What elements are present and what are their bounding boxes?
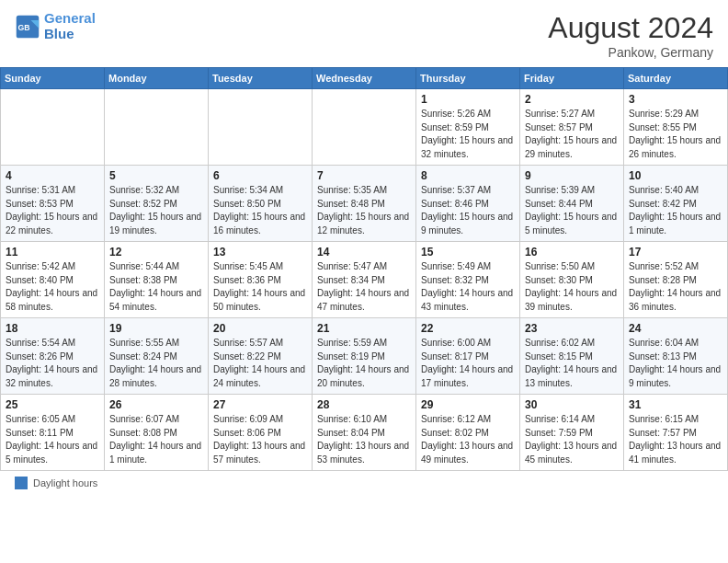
weekday-header: Saturday <box>624 68 728 89</box>
day-number: 13 <box>213 246 307 259</box>
day-info: Sunrise: 5:52 AM Sunset: 8:28 PM Dayligh… <box>629 260 722 314</box>
day-number: 14 <box>317 246 411 259</box>
day-number: 21 <box>317 322 411 335</box>
calendar-week-row: 4Sunrise: 5:31 AM Sunset: 8:53 PM Daylig… <box>1 166 728 242</box>
day-number: 17 <box>629 246 722 259</box>
page-header: GB General Blue August 2024 Pankow, Germ… <box>0 0 728 67</box>
day-number: 5 <box>109 169 203 182</box>
logo-text: General Blue <box>44 11 96 41</box>
day-info: Sunrise: 6:00 AM Sunset: 8:17 PM Dayligh… <box>421 337 515 390</box>
day-info: Sunrise: 6:09 AM Sunset: 8:06 PM Dayligh… <box>213 413 307 466</box>
day-number: 16 <box>525 246 619 259</box>
calendar-cell: 9Sunrise: 5:39 AM Sunset: 8:44 PM Daylig… <box>520 166 624 242</box>
legend-label: Daylight hours <box>33 477 97 488</box>
calendar-cell: 26Sunrise: 6:07 AM Sunset: 8:08 PM Dayli… <box>105 395 209 471</box>
day-info: Sunrise: 5:37 AM Sunset: 8:46 PM Dayligh… <box>421 184 515 237</box>
calendar-table: SundayMondayTuesdayWednesdayThursdayFrid… <box>0 67 728 471</box>
logo-line2: Blue <box>44 26 74 41</box>
day-info: Sunrise: 5:31 AM Sunset: 8:53 PM Dayligh… <box>6 184 99 237</box>
calendar-cell: 29Sunrise: 6:12 AM Sunset: 8:02 PM Dayli… <box>416 395 520 471</box>
calendar-week-row: 11Sunrise: 5:42 AM Sunset: 8:40 PM Dayli… <box>1 242 728 318</box>
calendar-cell: 28Sunrise: 6:10 AM Sunset: 8:04 PM Dayli… <box>313 395 416 471</box>
calendar-cell: 14Sunrise: 5:47 AM Sunset: 8:34 PM Dayli… <box>313 242 416 318</box>
day-number: 26 <box>109 398 203 411</box>
day-number: 9 <box>525 169 619 182</box>
day-number: 30 <box>525 398 619 411</box>
calendar-cell: 30Sunrise: 6:14 AM Sunset: 7:59 PM Dayli… <box>520 395 624 471</box>
logo-line1: General <box>44 10 96 26</box>
day-info: Sunrise: 6:10 AM Sunset: 8:04 PM Dayligh… <box>317 413 411 466</box>
day-info: Sunrise: 5:39 AM Sunset: 8:44 PM Dayligh… <box>525 184 619 237</box>
weekday-header: Wednesday <box>313 68 416 89</box>
day-number: 23 <box>525 322 619 335</box>
day-info: Sunrise: 5:26 AM Sunset: 8:59 PM Dayligh… <box>421 108 515 161</box>
day-info: Sunrise: 6:14 AM Sunset: 7:59 PM Dayligh… <box>525 413 619 466</box>
day-info: Sunrise: 6:12 AM Sunset: 8:02 PM Dayligh… <box>421 413 515 466</box>
calendar-cell <box>209 89 313 166</box>
calendar-cell: 1Sunrise: 5:26 AM Sunset: 8:59 PM Daylig… <box>416 89 520 166</box>
logo-icon: GB <box>15 14 40 40</box>
day-number: 6 <box>213 169 307 182</box>
calendar-cell: 11Sunrise: 5:42 AM Sunset: 8:40 PM Dayli… <box>1 242 105 318</box>
calendar-cell: 20Sunrise: 5:57 AM Sunset: 8:22 PM Dayli… <box>209 318 313 395</box>
day-info: Sunrise: 5:49 AM Sunset: 8:32 PM Dayligh… <box>421 260 515 314</box>
calendar-cell: 24Sunrise: 6:04 AM Sunset: 8:13 PM Dayli… <box>624 318 728 395</box>
day-info: Sunrise: 5:55 AM Sunset: 8:24 PM Dayligh… <box>109 337 203 390</box>
logo: GB General Blue <box>15 11 96 41</box>
calendar-cell: 3Sunrise: 5:29 AM Sunset: 8:55 PM Daylig… <box>624 89 728 166</box>
day-info: Sunrise: 5:40 AM Sunset: 8:42 PM Dayligh… <box>629 184 722 237</box>
calendar-cell: 10Sunrise: 5:40 AM Sunset: 8:42 PM Dayli… <box>624 166 728 242</box>
day-number: 22 <box>421 322 515 335</box>
calendar-cell: 15Sunrise: 5:49 AM Sunset: 8:32 PM Dayli… <box>416 242 520 318</box>
day-number: 8 <box>421 169 515 182</box>
day-number: 20 <box>213 322 307 335</box>
calendar-cell: 8Sunrise: 5:37 AM Sunset: 8:46 PM Daylig… <box>416 166 520 242</box>
day-number: 27 <box>213 398 307 411</box>
calendar-cell <box>105 89 209 166</box>
day-info: Sunrise: 5:50 AM Sunset: 8:30 PM Dayligh… <box>525 260 619 314</box>
calendar-cell <box>1 89 105 166</box>
day-number: 3 <box>629 93 722 106</box>
weekday-header: Friday <box>520 68 624 89</box>
calendar-week-row: 18Sunrise: 5:54 AM Sunset: 8:26 PM Dayli… <box>1 318 728 395</box>
calendar-cell: 6Sunrise: 5:34 AM Sunset: 8:50 PM Daylig… <box>209 166 313 242</box>
calendar-cell: 19Sunrise: 5:55 AM Sunset: 8:24 PM Dayli… <box>105 318 209 395</box>
day-number: 19 <box>109 322 203 335</box>
day-info: Sunrise: 5:27 AM Sunset: 8:57 PM Dayligh… <box>525 108 619 161</box>
weekday-header: Sunday <box>1 68 105 89</box>
svg-text:GB: GB <box>18 22 30 31</box>
day-number: 12 <box>109 246 203 259</box>
day-number: 4 <box>6 169 99 182</box>
day-number: 24 <box>629 322 722 335</box>
location: Pankow, Germany <box>548 45 713 60</box>
day-info: Sunrise: 5:45 AM Sunset: 8:36 PM Dayligh… <box>213 260 307 314</box>
legend: Daylight hours <box>0 471 728 495</box>
legend-color-box <box>15 477 28 489</box>
day-info: Sunrise: 5:42 AM Sunset: 8:40 PM Dayligh… <box>6 260 99 314</box>
day-info: Sunrise: 5:44 AM Sunset: 8:38 PM Dayligh… <box>109 260 203 314</box>
day-number: 31 <box>629 398 722 411</box>
weekday-header: Monday <box>105 68 209 89</box>
calendar-cell: 7Sunrise: 5:35 AM Sunset: 8:48 PM Daylig… <box>313 166 416 242</box>
day-number: 15 <box>421 246 515 259</box>
weekday-header: Thursday <box>416 68 520 89</box>
weekday-header-row: SundayMondayTuesdayWednesdayThursdayFrid… <box>1 68 728 89</box>
day-info: Sunrise: 5:32 AM Sunset: 8:52 PM Dayligh… <box>109 184 203 237</box>
calendar-cell: 17Sunrise: 5:52 AM Sunset: 8:28 PM Dayli… <box>624 242 728 318</box>
calendar-cell: 5Sunrise: 5:32 AM Sunset: 8:52 PM Daylig… <box>105 166 209 242</box>
calendar-cell: 22Sunrise: 6:00 AM Sunset: 8:17 PM Dayli… <box>416 318 520 395</box>
calendar-cell: 18Sunrise: 5:54 AM Sunset: 8:26 PM Dayli… <box>1 318 105 395</box>
day-number: 2 <box>525 93 619 106</box>
calendar-cell: 2Sunrise: 5:27 AM Sunset: 8:57 PM Daylig… <box>520 89 624 166</box>
day-info: Sunrise: 5:35 AM Sunset: 8:48 PM Dayligh… <box>317 184 411 237</box>
day-number: 1 <box>421 93 515 106</box>
day-info: Sunrise: 6:04 AM Sunset: 8:13 PM Dayligh… <box>629 337 722 390</box>
calendar-week-row: 1Sunrise: 5:26 AM Sunset: 8:59 PM Daylig… <box>1 89 728 166</box>
day-info: Sunrise: 5:34 AM Sunset: 8:50 PM Dayligh… <box>213 184 307 237</box>
day-info: Sunrise: 5:47 AM Sunset: 8:34 PM Dayligh… <box>317 260 411 314</box>
calendar-cell: 27Sunrise: 6:09 AM Sunset: 8:06 PM Dayli… <box>209 395 313 471</box>
day-number: 7 <box>317 169 411 182</box>
title-block: August 2024 Pankow, Germany <box>548 11 713 60</box>
day-number: 25 <box>6 398 99 411</box>
day-info: Sunrise: 5:57 AM Sunset: 8:22 PM Dayligh… <box>213 337 307 390</box>
